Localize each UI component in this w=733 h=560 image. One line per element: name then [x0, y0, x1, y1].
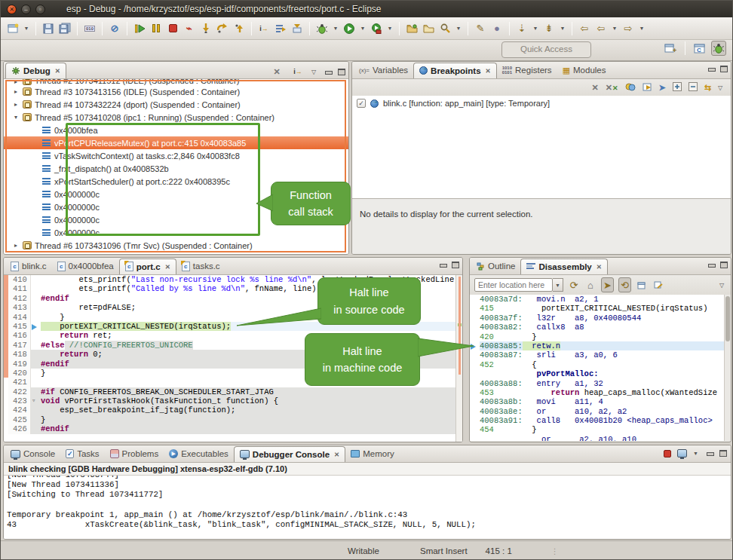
disassembly-line[interactable]: 452 {: [470, 360, 731, 369]
remove-breakpoint-icon[interactable]: ✕: [592, 83, 599, 93]
last-edit-location-icon[interactable]: ⇣: [514, 21, 529, 36]
code-line[interactable]: 424 esp_set_breakpoint_if_jtag(function)…: [4, 405, 462, 415]
external-tools-menu-arrow[interactable]: ▼: [385, 21, 394, 36]
drop-to-frame-icon[interactable]: [290, 21, 305, 36]
resume-icon[interactable]: [132, 21, 147, 36]
debug-perspective-button[interactable]: [711, 41, 726, 56]
close-tab-icon[interactable]: ✕: [486, 67, 491, 75]
search-icon[interactable]: [437, 21, 452, 36]
maximize-view-icon[interactable]: [719, 450, 727, 457]
last-edit-menu-arrow[interactable]: ▼: [531, 21, 540, 36]
link-with-debug-icon[interactable]: ⇆: [704, 83, 711, 93]
disassembly-line[interactable]: 40083a7f: l32r a8, 0x40080544: [470, 314, 731, 323]
external-tools-icon[interactable]: [369, 21, 384, 36]
mark-occurrences-icon[interactable]: ✎: [473, 21, 488, 36]
debug-tree-row[interactable]: vPortCPUReleaseMutex() at port.c:415 0x4…: [4, 136, 348, 149]
view-menu-icon[interactable]: ▽: [719, 282, 726, 289]
forward-history-icon[interactable]: ⇨: [621, 21, 636, 36]
search-menu-arrow[interactable]: ▼: [454, 21, 463, 36]
open-source-icon[interactable]: [652, 277, 664, 292]
goto-file-icon[interactable]: [643, 81, 652, 94]
show-breakpoints-for-icon[interactable]: [625, 81, 636, 94]
disassembly-line[interactable]: 453 return heap_caps_malloc(xWantedSize: [470, 388, 731, 397]
quick-access-button[interactable]: Quick Access: [501, 41, 591, 58]
run-icon[interactable]: [342, 21, 357, 36]
expand-all-icon[interactable]: [673, 81, 682, 94]
close-tab-icon[interactable]: ✕: [165, 263, 170, 271]
sync-context-toggle[interactable]: ⟲: [618, 277, 631, 292]
tab-console[interactable]: Console: [5, 446, 60, 462]
view-menu-icon[interactable]: ▽: [718, 84, 725, 91]
debug-menu-arrow[interactable]: ▼: [331, 21, 340, 36]
minimize-view-icon[interactable]: [324, 69, 332, 75]
open-resource-icon[interactable]: [421, 21, 436, 36]
minimize-view-icon[interactable]: [707, 66, 715, 72]
code-line[interactable]: 426 #endif: [4, 424, 462, 433]
tab-tasks[interactable]: ✓Tasks: [60, 446, 104, 462]
debug-tree-row[interactable]: ▾ Thread #5 1073410208 (ipc1 : Running) …: [4, 111, 348, 124]
breakpoint-row[interactable]: ✓ blink.c [function: app_main] [type: Te…: [357, 99, 726, 108]
instruction-stepping-icon[interactable]: i→: [256, 21, 271, 36]
next-annotation-icon[interactable]: ⇟: [541, 21, 557, 36]
tab-executables[interactable]: ▶Executables: [164, 446, 234, 462]
back-to-icon[interactable]: ⇦: [577, 21, 592, 36]
forward-menu-arrow[interactable]: ▼: [637, 21, 646, 36]
new-view-icon[interactable]: [636, 277, 648, 292]
save-all-icon[interactable]: [57, 21, 72, 36]
disassembly-line[interactable]: 40083a8b: movi a11, 4: [470, 397, 731, 406]
maximize-view-icon[interactable]: [720, 66, 728, 72]
display-console-icon[interactable]: [677, 449, 687, 457]
disassembly-line[interactable]: 40083a87: srli a3, a0, 6: [470, 350, 731, 360]
remove-all-breakpoints-icon[interactable]: ✕✕: [606, 83, 618, 93]
console-output[interactable]: [New Thread 1073468744] [New Thread 1073…: [4, 476, 731, 539]
annotation-menu-arrow[interactable]: ▼: [558, 21, 567, 36]
open-element-icon[interactable]: [404, 21, 419, 36]
window-maximize-button[interactable]: ▫: [35, 5, 45, 14]
code-line[interactable]: 422 #if CONFIG_FREERTOS_BREAK_ON_SCHEDUL…: [4, 387, 462, 396]
new-wizard-menu-arrow[interactable]: ▼: [22, 21, 31, 36]
new-wizard-icon[interactable]: [5, 21, 20, 36]
editor-tab-tasks[interactable]: ctasks.c: [176, 259, 225, 274]
debug-tree-row[interactable]: 0x4000bfea: [4, 124, 348, 136]
disassembly-line[interactable]: pvPortMalloc:: [470, 369, 731, 378]
step-over-icon[interactable]: [215, 21, 230, 36]
tab-registers[interactable]: 10100101Registers: [497, 63, 557, 78]
debug-tree-row[interactable]: _frxt_dispatch() at 0x4008532b: [4, 162, 348, 175]
tab-outline[interactable]: Outline: [471, 259, 520, 274]
disassembly-line[interactable]: 454 }: [470, 425, 731, 434]
disassembly-line[interactable]: 40083a8e: or a10, a2, a2: [470, 407, 731, 416]
location-input[interactable]: [474, 278, 553, 292]
close-tab-icon[interactable]: ✕: [55, 67, 60, 75]
disassembly-line[interactable]: 40083a7d: movi.n a2, 1: [470, 295, 731, 304]
binary-editor-icon[interactable]: 010: [82, 21, 97, 36]
terminate-icon[interactable]: [165, 21, 180, 36]
terminate-console-icon[interactable]: [664, 450, 671, 457]
debug-tree-row[interactable]: 0x4000000c: [4, 226, 348, 239]
build-ball-icon[interactable]: ●: [489, 21, 505, 36]
tab-problems[interactable]: Problems: [105, 446, 164, 462]
tab-breakpoints[interactable]: Breakpoints✕: [413, 63, 497, 78]
disassembly-line[interactable]: 40083a82: callx8 a8: [470, 323, 731, 332]
tab-disassembly[interactable]: Disassembly✕: [520, 259, 607, 274]
debug-tree-row[interactable]: vTaskSwitchContext() at tasks.c:2,846 0x…: [4, 149, 348, 162]
run-menu-arrow[interactable]: ▼: [358, 21, 367, 36]
home-icon[interactable]: ⌂: [584, 277, 597, 292]
breakpoint-checkbox[interactable]: ✓: [357, 99, 366, 108]
disassembly-content[interactable]: 40083a7d: movi.n a2, 1 415 portEXIT_CRIT…: [470, 295, 731, 441]
disassembly-line[interactable]: 40083a88: entry a1, 32: [470, 379, 731, 388]
overview-ruler[interactable]: [455, 275, 462, 442]
tab-variables[interactable]: (x)=Variables: [354, 63, 413, 78]
disassembly-line[interactable]: 40083a85: retw.n: [470, 341, 731, 350]
minimize-view-icon[interactable]: [439, 262, 446, 268]
maximize-view-icon[interactable]: [338, 69, 345, 75]
cpp-perspective-button[interactable]: C: [692, 41, 707, 56]
minimize-view-icon[interactable]: [706, 450, 713, 457]
view-menu-icon[interactable]: ▽: [311, 69, 318, 75]
debug-tree-row[interactable]: ▸ Thread #6 1073431096 (Tmr Svc) (Suspen…: [4, 239, 348, 252]
back-history-icon[interactable]: ⇦: [593, 21, 609, 36]
disassembly-scrollbar[interactable]: [724, 295, 731, 441]
tab-debug[interactable]: Debug ✕: [5, 63, 66, 78]
disassembly-line[interactable]: 40083a91: call8 0x40081b20 <heap_caps_ma…: [470, 416, 731, 425]
close-tab-icon[interactable]: ✕: [597, 263, 602, 271]
window-minimize-button[interactable]: –: [21, 5, 31, 14]
